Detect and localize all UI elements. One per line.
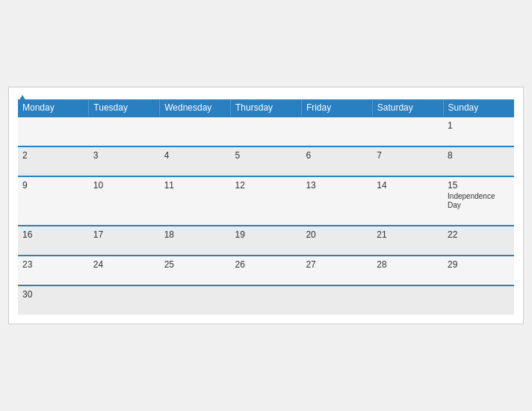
day-cell: 24 (89, 256, 160, 285)
weekday-header-saturday: Saturday (372, 99, 443, 117)
day-number: 26 (235, 259, 297, 270)
day-number: 20 (306, 229, 368, 240)
week-row-6: 30 (18, 285, 514, 315)
day-cell: 20 (301, 226, 372, 256)
day-cell: 21 (372, 226, 443, 256)
day-cell: 26 (231, 256, 302, 285)
day-cell: 12 (231, 176, 302, 226)
day-cell: 19 (231, 226, 302, 256)
day-number: 25 (164, 259, 226, 270)
calendar-container: MondayTuesdayWednesdayThursdayFridaySatu… (8, 87, 524, 324)
day-number: 6 (306, 150, 368, 161)
day-cell (443, 285, 514, 315)
day-cell (18, 117, 89, 146)
day-number: 1 (448, 120, 510, 131)
day-cell: 27 (301, 256, 372, 285)
day-cell: 11 (160, 176, 231, 226)
week-row-2: 2345678 (18, 146, 514, 176)
day-number: 11 (164, 180, 226, 191)
day-cell: 4 (160, 146, 231, 176)
logo-triangle-icon (18, 95, 27, 102)
week-row-3: 9101112131415Independence Day (18, 176, 514, 226)
day-cell: 15Independence Day (443, 176, 514, 226)
day-number: 19 (235, 229, 297, 240)
day-cell: 13 (301, 176, 372, 226)
day-cell: 3 (89, 146, 160, 176)
day-number: 10 (93, 180, 155, 191)
weekday-header-tuesday: Tuesday (89, 99, 160, 117)
day-number: 28 (377, 259, 439, 270)
day-cell (231, 117, 302, 146)
day-cell (89, 285, 160, 315)
day-cell: 17 (89, 226, 160, 256)
day-number: 2 (22, 150, 84, 161)
weekday-header-wednesday: Wednesday (160, 99, 231, 117)
day-number: 7 (377, 150, 439, 161)
day-number: 29 (448, 259, 510, 270)
day-cell: 23 (18, 256, 89, 285)
day-number: 12 (235, 180, 297, 191)
day-cell (89, 117, 160, 146)
day-number: 17 (93, 229, 155, 240)
day-cell (372, 285, 443, 315)
day-cell (301, 117, 372, 146)
day-cell: 30 (18, 285, 89, 315)
day-number: 13 (306, 180, 368, 191)
weekday-header-row: MondayTuesdayWednesdayThursdayFridaySatu… (18, 99, 514, 117)
weekday-header-thursday: Thursday (231, 99, 302, 117)
day-cell: 25 (160, 256, 231, 285)
day-number: 15 (448, 180, 510, 191)
day-cell (372, 117, 443, 146)
day-cell (160, 285, 231, 315)
day-number: 23 (22, 259, 84, 270)
weekday-header-friday: Friday (301, 99, 372, 117)
day-event: Independence Day (448, 192, 510, 210)
day-cell: 8 (443, 146, 514, 176)
day-cell (301, 285, 372, 315)
week-row-4: 16171819202122 (18, 226, 514, 256)
week-row-1: 1 (18, 117, 514, 146)
day-cell: 5 (231, 146, 302, 176)
day-cell: 14 (372, 176, 443, 226)
day-cell: 22 (443, 226, 514, 256)
logo (18, 95, 28, 102)
day-cell: 18 (160, 226, 231, 256)
calendar-table: MondayTuesdayWednesdayThursdayFridaySatu… (18, 99, 514, 315)
day-number: 27 (306, 259, 368, 270)
day-cell (160, 117, 231, 146)
logo-blue-text (18, 95, 28, 102)
day-cell: 7 (372, 146, 443, 176)
day-number: 18 (164, 229, 226, 240)
day-cell: 9 (18, 176, 89, 226)
day-number: 9 (22, 180, 84, 191)
day-number: 30 (22, 289, 84, 300)
day-cell: 29 (443, 256, 514, 285)
day-cell: 6 (301, 146, 372, 176)
week-row-5: 23242526272829 (18, 256, 514, 285)
day-number: 24 (93, 259, 155, 270)
weekday-header-sunday: Sunday (443, 99, 514, 117)
day-cell: 1 (443, 117, 514, 146)
weekday-header-monday: Monday (18, 99, 89, 117)
day-number: 22 (448, 229, 510, 240)
day-cell: 10 (89, 176, 160, 226)
day-cell (231, 285, 302, 315)
day-number: 16 (22, 229, 84, 240)
day-number: 5 (235, 150, 297, 161)
day-number: 14 (377, 180, 439, 191)
day-cell: 16 (18, 226, 89, 256)
day-number: 21 (377, 229, 439, 240)
day-number: 3 (93, 150, 155, 161)
day-cell: 28 (372, 256, 443, 285)
day-number: 4 (164, 150, 226, 161)
day-number: 8 (448, 150, 510, 161)
day-cell: 2 (18, 146, 89, 176)
